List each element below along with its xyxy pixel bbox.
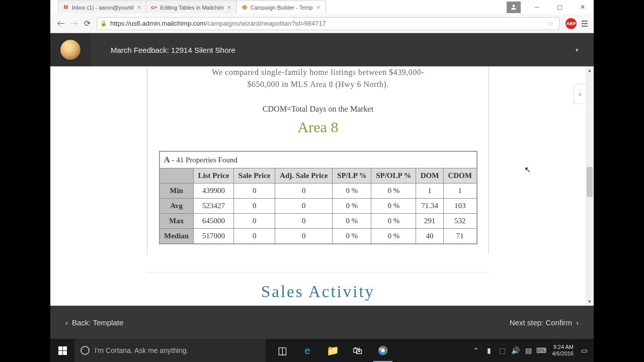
tab-gmail[interactable]: M Inbox (1) - aaron@yourbl ×: [58, 1, 146, 14]
stats-table: A - 41 Properties Found List Price Sale …: [159, 151, 477, 244]
close-icon[interactable]: ×: [226, 5, 232, 11]
mailchimp-logo[interactable]: [50, 33, 91, 66]
chrome-menu-button[interactable]: [580, 19, 590, 29]
vertical-scrollbar[interactable]: ▲ ▼: [586, 66, 594, 306]
chrome-user-button[interactable]: [507, 2, 521, 13]
tab-mailchimp[interactable]: 🐵 Campaign Builder - Temp ×: [236, 1, 326, 14]
email-preview[interactable]: We compared single-family home listings …: [147, 66, 489, 306]
cortana-search[interactable]: I'm Cortana. Ask me anything.: [74, 339, 266, 362]
url-text: https://us6.admin.mailchimp.com/campaign…: [110, 20, 326, 27]
scroll-down-icon[interactable]: ▼: [586, 298, 594, 306]
back-button[interactable]: 🡠: [54, 17, 67, 30]
notes-icon[interactable]: ▤: [523, 346, 534, 354]
tray-chevron-icon[interactable]: ⌃: [470, 346, 481, 354]
scroll-up-icon[interactable]: ▲: [586, 66, 594, 74]
sales-activity-title: Sales Activity: [147, 283, 489, 301]
action-center-icon[interactable]: ▭: [579, 346, 590, 354]
campaign-title[interactable]: March Feedback: 12914 Silent Shore: [111, 46, 235, 54]
bookmark-icon[interactable]: ☆: [547, 19, 554, 28]
tab-title: Campaign Builder - Temp: [251, 5, 313, 11]
close-icon[interactable]: ×: [136, 5, 142, 11]
close-button[interactable]: ✕: [571, 2, 594, 13]
network-icon[interactable]: ⬚: [497, 346, 508, 354]
maximize-button[interactable]: ▢: [548, 2, 571, 13]
clock[interactable]: 9:24 AM 4/6/2016: [549, 344, 577, 357]
browser-tabs: M Inbox (1) - aaron@yourbl × G+ Editing …: [50, 0, 507, 14]
mailchimp-header: March Feedback: 12914 Silent Shore ▾: [50, 33, 594, 66]
chevron-left-icon: ‹: [65, 318, 68, 327]
cdom-note: CDOM=Total Days on the Market: [155, 105, 481, 114]
chevron-down-icon[interactable]: ▾: [576, 47, 579, 53]
table-header-row: List Price Sale Price Adj. Sale Price SP…: [159, 168, 477, 184]
store-icon[interactable]: 🛍: [345, 339, 370, 362]
windows-taskbar: I'm Cortana. Ask me anything. ◫ e 📁 🛍 ⌃ …: [50, 339, 594, 362]
file-explorer-icon[interactable]: 📁: [320, 339, 345, 362]
edge-icon[interactable]: e: [295, 339, 320, 362]
svg-point-0: [513, 5, 515, 7]
mailchimp-icon: 🐵: [241, 4, 248, 11]
url-bar: 🡠 🡢 ⟳ 🔒 https://us6.admin.mailchimp.com/…: [50, 14, 594, 33]
volume-icon[interactable]: 🔊: [510, 346, 521, 354]
gplus-icon: G+: [150, 4, 157, 11]
lock-icon: 🔒: [100, 20, 107, 27]
cortana-icon: [80, 346, 90, 355]
area-title: Area 8: [155, 119, 481, 136]
collapse-sidebar-button[interactable]: ‹: [574, 84, 586, 104]
table-row: Avg 523427000 %0 %71.34103: [159, 199, 477, 214]
task-view-icon[interactable]: ◫: [270, 339, 295, 362]
table-row: Min 439900000 %0 %11: [159, 184, 477, 199]
sales-intro: We compared single-family home listings …: [147, 305, 489, 306]
divider: [147, 272, 489, 273]
content-area: ‹ We compared single-family home listing…: [50, 66, 594, 306]
intro-text: We compared single-family home listings …: [155, 66, 481, 90]
adblock-icon[interactable]: ABP: [566, 18, 577, 29]
back-template-button[interactable]: ‹ Back: Template: [65, 318, 123, 327]
start-button[interactable]: [50, 339, 74, 362]
table-row: Max 645000000 %0 %291532: [159, 214, 477, 229]
tab-title: Inbox (1) - aaron@yourbl: [72, 5, 133, 11]
window-controls: ─ ▢ ✕: [507, 0, 594, 14]
keyboard-icon[interactable]: ⌨: [536, 346, 547, 354]
forward-button[interactable]: 🡢: [67, 17, 80, 30]
system-tray: ⌃ ▮ ⬚ 🔊 ▤ ⌨ 9:24 AM 4/6/2016 ▭: [470, 339, 594, 362]
window-titlebar: M Inbox (1) - aaron@yourbl × G+ Editing …: [50, 0, 594, 14]
close-icon[interactable]: ×: [315, 5, 321, 11]
chevron-right-icon: ›: [576, 318, 579, 327]
tab-title: Editing Tables in Mailchim: [160, 5, 223, 11]
address-bar[interactable]: 🔒 https://us6.admin.mailchimp.com/campai…: [97, 17, 559, 30]
chrome-icon[interactable]: [370, 339, 395, 362]
table-caption: A - 41 Properties Found: [159, 151, 477, 168]
wizard-footer: ‹ Back: Template Next step: Confirm ›: [50, 306, 594, 339]
next-confirm-button[interactable]: Next step: Confirm ›: [510, 318, 579, 327]
scrollbar-thumb[interactable]: [587, 167, 593, 197]
reload-button[interactable]: ⟳: [80, 17, 94, 30]
gmail-icon: M: [62, 4, 69, 11]
tab-gplus[interactable]: G+ Editing Tables in Mailchim ×: [146, 1, 236, 14]
table-row: Median 517000000 %0 %4071: [159, 229, 477, 244]
battery-icon[interactable]: ▮: [484, 346, 495, 354]
minimize-button[interactable]: ─: [526, 2, 548, 13]
